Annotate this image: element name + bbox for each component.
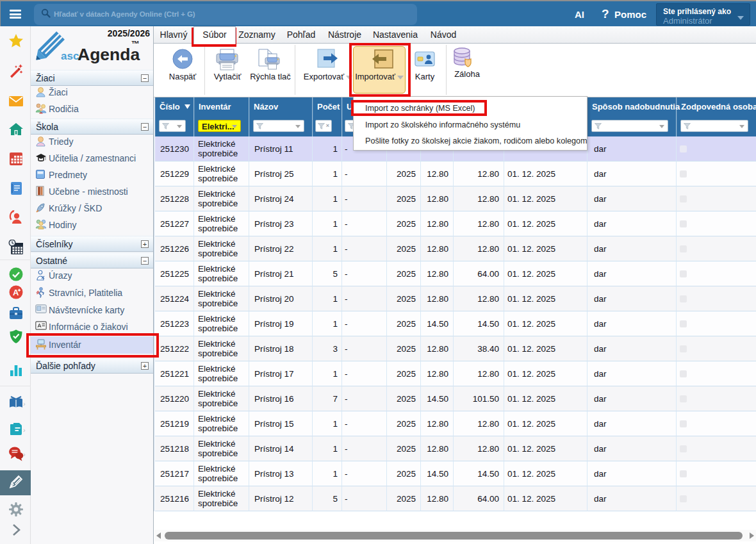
svg-text:™: ™	[131, 39, 140, 49]
svg-text:asc: asc	[61, 50, 79, 62]
svg-text:Agenda: Agenda	[78, 45, 140, 64]
svg-text:A: A	[13, 288, 19, 297]
